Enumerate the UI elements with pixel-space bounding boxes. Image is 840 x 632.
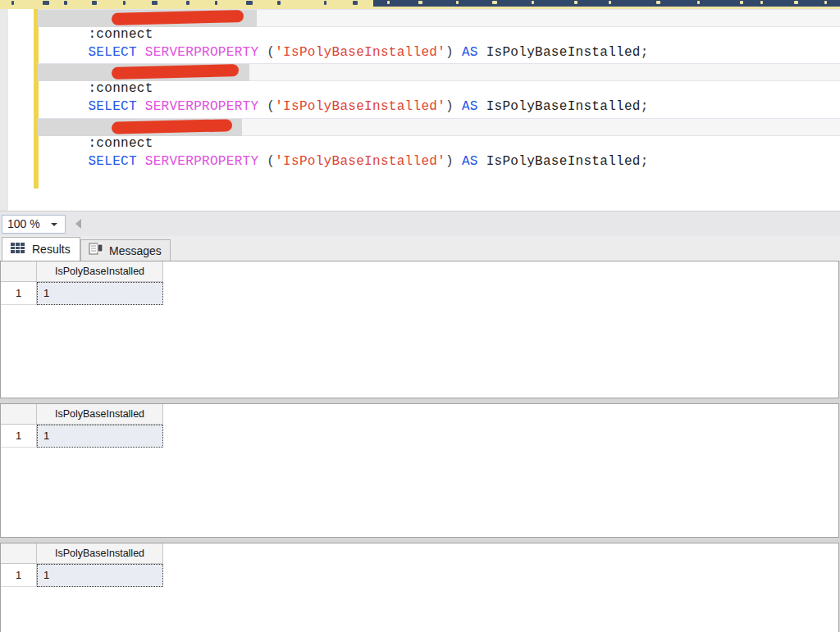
- row-number-header[interactable]: [1, 404, 37, 425]
- as-keyword: AS: [462, 99, 486, 114]
- tab-strip-fragment: [697, 1, 700, 4]
- messages-icon: [89, 243, 104, 259]
- column-header[interactable]: IsPolyBaseInstalled: [37, 543, 163, 564]
- as-keyword: AS: [462, 45, 486, 60]
- row-number-cell[interactable]: 1: [1, 425, 37, 448]
- tab-strip-fragment: [656, 1, 660, 4]
- results-panels: IsPolyBaseInstalled 1 1 IsPolyBaseInstal…: [0, 261, 840, 632]
- tab-strip-right: [373, 0, 840, 7]
- paren-open: (: [267, 154, 275, 169]
- string-literal: 'IsPolyBaseInstalled': [275, 99, 445, 114]
- tab-strip-fragment: [794, 1, 798, 4]
- semicolon: ;: [641, 99, 649, 114]
- function-name: SERVERPROPERTY: [145, 154, 267, 169]
- semicolon: ;: [641, 154, 649, 169]
- tab-strip-fragment: [740, 1, 743, 4]
- column-header[interactable]: IsPolyBaseInstalled: [37, 261, 163, 282]
- tab-strip-fragment: [152, 1, 158, 5]
- tab-strip-fragment: [186, 1, 189, 5]
- semicolon: ;: [641, 45, 649, 60]
- sql-statement-line[interactable]: SELECT SERVERPROPERTY ('IsPolyBaseInstal…: [39, 27, 649, 44]
- tab-strip-fragment: [92, 1, 97, 5]
- alias-identifier: IsPolyBaseInstalled: [486, 154, 641, 169]
- result-panel-3: IsPolyBaseInstalled 1 1: [0, 543, 839, 632]
- paren-open: (: [267, 45, 275, 60]
- tab-strip-fragment: [456, 1, 459, 4]
- row-number-header[interactable]: [1, 261, 37, 282]
- tab-results[interactable]: Results: [2, 237, 80, 261]
- caret-down-icon: [51, 223, 57, 226]
- paren-close: ): [445, 45, 462, 60]
- string-literal: 'IsPolyBaseInstalled': [275, 45, 445, 60]
- editor-hscroll-bar: 100 %: [0, 211, 840, 236]
- tab-strip-fragment: [387, 1, 390, 4]
- paren-close: ): [445, 99, 462, 114]
- result-grid-2: IsPolyBaseInstalled 1 1: [1, 404, 163, 448]
- table-row: 1 1: [1, 564, 163, 587]
- alias-identifier: IsPolyBaseInstalled: [486, 45, 641, 60]
- sql-statement-line[interactable]: SELECT SERVERPROPERTY ('IsPolyBaseInstal…: [39, 136, 649, 153]
- tab-strip-fragment: [609, 1, 611, 4]
- row-number-cell[interactable]: 1: [1, 282, 37, 305]
- tab-strip-fragment: [492, 1, 497, 4]
- editor-indicator-margin: [0, 9, 8, 211]
- result-value-cell[interactable]: 1: [37, 425, 163, 448]
- result-value-cell[interactable]: 1: [37, 564, 163, 587]
- as-keyword: AS: [462, 154, 486, 169]
- tab-strip-fragment: [418, 1, 422, 4]
- tab-strip-fragment: [824, 1, 827, 4]
- paren-close: ): [445, 154, 462, 169]
- function-name: SERVERPROPERTY: [145, 99, 267, 114]
- zoom-value: 100 %: [7, 217, 40, 230]
- tab-strip-fragment: [43, 1, 49, 5]
- tab-strip-fragment: [215, 1, 217, 5]
- results-grid-icon: [11, 242, 25, 257]
- results-tab-bar: Messages Results: [0, 236, 840, 261]
- result-grid-1: IsPolyBaseInstalled 1 1: [1, 261, 163, 305]
- tab-strip-fragment: [123, 1, 126, 5]
- table-row: 1 1: [1, 425, 163, 448]
- tab-messages[interactable]: Messages: [80, 239, 171, 261]
- tab-strip-fragment: [277, 1, 281, 5]
- change-tracking-bar: [34, 9, 39, 189]
- ssms-window: :connect SELECT SERVERPROPERTY ('IsPolyB…: [0, 0, 840, 632]
- tab-results-label: Results: [32, 243, 71, 256]
- table-row: 1 1: [1, 282, 163, 305]
- result-value-cell[interactable]: 1: [37, 282, 163, 305]
- result-panel-1: IsPolyBaseInstalled 1 1: [0, 261, 839, 398]
- paren-open: (: [267, 99, 275, 114]
- row-number-cell[interactable]: 1: [1, 564, 37, 587]
- tab-strip-fragment: [324, 1, 326, 5]
- select-keyword: SELECT: [88, 99, 144, 114]
- tab-strip-fragment: [64, 1, 67, 5]
- select-keyword: SELECT: [88, 45, 144, 60]
- column-header[interactable]: IsPolyBaseInstalled: [37, 404, 163, 425]
- string-literal: 'IsPolyBaseInstalled': [275, 154, 445, 169]
- alias-identifier: IsPolyBaseInstalled: [486, 99, 641, 114]
- sql-statement-line[interactable]: SELECT SERVERPROPERTY ('IsPolyBaseInstal…: [39, 81, 649, 98]
- select-keyword: SELECT: [88, 154, 144, 169]
- tab-strip-fragment: [574, 1, 578, 4]
- tab-strip-fragment: [11, 1, 14, 5]
- tab-strip-fragment: [353, 1, 358, 5]
- tab-strip-fragment: [532, 1, 534, 4]
- tab-messages-label: Messages: [109, 244, 162, 257]
- zoom-dropdown[interactable]: 100 %: [2, 215, 66, 234]
- row-number-header[interactable]: [1, 543, 37, 564]
- function-name: SERVERPROPERTY: [145, 45, 267, 60]
- result-grid-3: IsPolyBaseInstalled 1 1: [1, 543, 163, 587]
- tab-strip-fragment: [246, 1, 253, 5]
- query-editor[interactable]: :connect SELECT SERVERPROPERTY ('IsPolyB…: [0, 9, 840, 211]
- result-panel-2: IsPolyBaseInstalled 1 1: [0, 403, 839, 538]
- tab-strip-fragment: [760, 1, 763, 4]
- scroll-left-button[interactable]: [75, 219, 81, 229]
